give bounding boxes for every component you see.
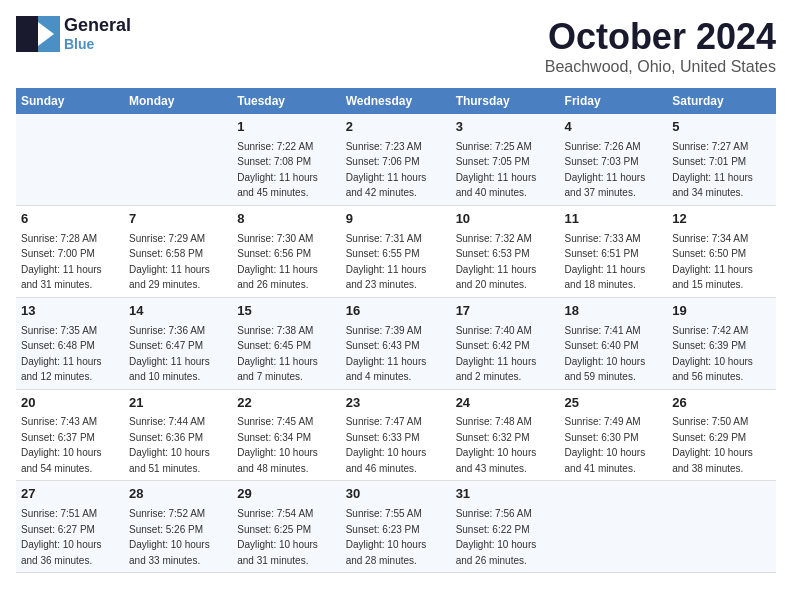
col-monday: Monday xyxy=(124,88,232,114)
day-number: 28 xyxy=(129,485,227,504)
calendar-week-row: 20Sunrise: 7:43 AMSunset: 6:37 PMDayligh… xyxy=(16,389,776,481)
calendar-cell: 13Sunrise: 7:35 AMSunset: 6:48 PMDayligh… xyxy=(16,297,124,389)
sunrise-info: Sunrise: 7:32 AMSunset: 6:53 PMDaylight:… xyxy=(456,233,537,291)
day-number: 4 xyxy=(565,118,663,137)
sunrise-info: Sunrise: 7:33 AMSunset: 6:51 PMDaylight:… xyxy=(565,233,646,291)
logo-subtitle: Blue xyxy=(64,36,131,52)
day-number: 25 xyxy=(565,394,663,413)
sunrise-info: Sunrise: 7:56 AMSunset: 6:22 PMDaylight:… xyxy=(456,508,537,566)
day-number: 10 xyxy=(456,210,555,229)
calendar-cell: 22Sunrise: 7:45 AMSunset: 6:34 PMDayligh… xyxy=(232,389,340,481)
day-number: 9 xyxy=(346,210,446,229)
sunrise-info: Sunrise: 7:31 AMSunset: 6:55 PMDaylight:… xyxy=(346,233,427,291)
sunrise-info: Sunrise: 7:55 AMSunset: 6:23 PMDaylight:… xyxy=(346,508,427,566)
sunrise-info: Sunrise: 7:26 AMSunset: 7:03 PMDaylight:… xyxy=(565,141,646,199)
page-header: General Blue October 2024 Beachwood, Ohi… xyxy=(16,16,776,76)
col-friday: Friday xyxy=(560,88,668,114)
svg-rect-0 xyxy=(16,16,38,52)
day-number: 22 xyxy=(237,394,335,413)
sunrise-info: Sunrise: 7:28 AMSunset: 7:00 PMDaylight:… xyxy=(21,233,102,291)
calendar-cell xyxy=(667,481,776,573)
day-number: 23 xyxy=(346,394,446,413)
sunrise-info: Sunrise: 7:42 AMSunset: 6:39 PMDaylight:… xyxy=(672,325,753,383)
sunrise-info: Sunrise: 7:22 AMSunset: 7:08 PMDaylight:… xyxy=(237,141,318,199)
calendar-cell: 17Sunrise: 7:40 AMSunset: 6:42 PMDayligh… xyxy=(451,297,560,389)
page-subtitle: Beachwood, Ohio, United States xyxy=(545,58,776,76)
day-number: 12 xyxy=(672,210,771,229)
logo-general: General xyxy=(64,15,131,35)
calendar-cell: 15Sunrise: 7:38 AMSunset: 6:45 PMDayligh… xyxy=(232,297,340,389)
sunrise-info: Sunrise: 7:51 AMSunset: 6:27 PMDaylight:… xyxy=(21,508,102,566)
sunrise-info: Sunrise: 7:50 AMSunset: 6:29 PMDaylight:… xyxy=(672,416,753,474)
calendar-cell: 25Sunrise: 7:49 AMSunset: 6:30 PMDayligh… xyxy=(560,389,668,481)
calendar-cell: 1Sunrise: 7:22 AMSunset: 7:08 PMDaylight… xyxy=(232,114,340,205)
logo: General Blue xyxy=(16,16,131,52)
day-number: 21 xyxy=(129,394,227,413)
day-number: 29 xyxy=(237,485,335,504)
sunrise-info: Sunrise: 7:40 AMSunset: 6:42 PMDaylight:… xyxy=(456,325,537,383)
calendar-cell: 18Sunrise: 7:41 AMSunset: 6:40 PMDayligh… xyxy=(560,297,668,389)
page-title: October 2024 xyxy=(545,16,776,58)
sunrise-info: Sunrise: 7:29 AMSunset: 6:58 PMDaylight:… xyxy=(129,233,210,291)
calendar-cell: 14Sunrise: 7:36 AMSunset: 6:47 PMDayligh… xyxy=(124,297,232,389)
calendar-cell: 16Sunrise: 7:39 AMSunset: 6:43 PMDayligh… xyxy=(341,297,451,389)
calendar-table: Sunday Monday Tuesday Wednesday Thursday… xyxy=(16,88,776,573)
calendar-cell: 19Sunrise: 7:42 AMSunset: 6:39 PMDayligh… xyxy=(667,297,776,389)
calendar-cell: 28Sunrise: 7:52 AMSunset: 5:26 PMDayligh… xyxy=(124,481,232,573)
calendar-cell: 26Sunrise: 7:50 AMSunset: 6:29 PMDayligh… xyxy=(667,389,776,481)
calendar-cell: 23Sunrise: 7:47 AMSunset: 6:33 PMDayligh… xyxy=(341,389,451,481)
sunrise-info: Sunrise: 7:34 AMSunset: 6:50 PMDaylight:… xyxy=(672,233,753,291)
calendar-cell: 5Sunrise: 7:27 AMSunset: 7:01 PMDaylight… xyxy=(667,114,776,205)
sunrise-info: Sunrise: 7:30 AMSunset: 6:56 PMDaylight:… xyxy=(237,233,318,291)
sunrise-info: Sunrise: 7:48 AMSunset: 6:32 PMDaylight:… xyxy=(456,416,537,474)
title-block: October 2024 Beachwood, Ohio, United Sta… xyxy=(545,16,776,76)
sunrise-info: Sunrise: 7:25 AMSunset: 7:05 PMDaylight:… xyxy=(456,141,537,199)
sunrise-info: Sunrise: 7:45 AMSunset: 6:34 PMDaylight:… xyxy=(237,416,318,474)
day-number: 20 xyxy=(21,394,119,413)
col-wednesday: Wednesday xyxy=(341,88,451,114)
calendar-cell: 8Sunrise: 7:30 AMSunset: 6:56 PMDaylight… xyxy=(232,205,340,297)
calendar-cell: 4Sunrise: 7:26 AMSunset: 7:03 PMDaylight… xyxy=(560,114,668,205)
calendar-cell: 31Sunrise: 7:56 AMSunset: 6:22 PMDayligh… xyxy=(451,481,560,573)
calendar-cell: 3Sunrise: 7:25 AMSunset: 7:05 PMDaylight… xyxy=(451,114,560,205)
col-thursday: Thursday xyxy=(451,88,560,114)
calendar-cell: 7Sunrise: 7:29 AMSunset: 6:58 PMDaylight… xyxy=(124,205,232,297)
day-number: 18 xyxy=(565,302,663,321)
col-sunday: Sunday xyxy=(16,88,124,114)
calendar-cell xyxy=(124,114,232,205)
col-saturday: Saturday xyxy=(667,88,776,114)
sunrise-info: Sunrise: 7:23 AMSunset: 7:06 PMDaylight:… xyxy=(346,141,427,199)
sunrise-info: Sunrise: 7:54 AMSunset: 6:25 PMDaylight:… xyxy=(237,508,318,566)
calendar-cell: 9Sunrise: 7:31 AMSunset: 6:55 PMDaylight… xyxy=(341,205,451,297)
sunrise-info: Sunrise: 7:43 AMSunset: 6:37 PMDaylight:… xyxy=(21,416,102,474)
day-number: 27 xyxy=(21,485,119,504)
sunrise-info: Sunrise: 7:35 AMSunset: 6:48 PMDaylight:… xyxy=(21,325,102,383)
calendar-cell xyxy=(16,114,124,205)
calendar-cell: 21Sunrise: 7:44 AMSunset: 6:36 PMDayligh… xyxy=(124,389,232,481)
day-number: 11 xyxy=(565,210,663,229)
calendar-cell: 11Sunrise: 7:33 AMSunset: 6:51 PMDayligh… xyxy=(560,205,668,297)
calendar-cell: 10Sunrise: 7:32 AMSunset: 6:53 PMDayligh… xyxy=(451,205,560,297)
sunrise-info: Sunrise: 7:44 AMSunset: 6:36 PMDaylight:… xyxy=(129,416,210,474)
calendar-header-row: Sunday Monday Tuesday Wednesday Thursday… xyxy=(16,88,776,114)
day-number: 3 xyxy=(456,118,555,137)
calendar-cell: 24Sunrise: 7:48 AMSunset: 6:32 PMDayligh… xyxy=(451,389,560,481)
sunrise-info: Sunrise: 7:47 AMSunset: 6:33 PMDaylight:… xyxy=(346,416,427,474)
sunrise-info: Sunrise: 7:39 AMSunset: 6:43 PMDaylight:… xyxy=(346,325,427,383)
day-number: 13 xyxy=(21,302,119,321)
day-number: 19 xyxy=(672,302,771,321)
day-number: 17 xyxy=(456,302,555,321)
calendar-cell: 6Sunrise: 7:28 AMSunset: 7:00 PMDaylight… xyxy=(16,205,124,297)
calendar-cell: 12Sunrise: 7:34 AMSunset: 6:50 PMDayligh… xyxy=(667,205,776,297)
day-number: 30 xyxy=(346,485,446,504)
day-number: 15 xyxy=(237,302,335,321)
calendar-week-row: 27Sunrise: 7:51 AMSunset: 6:27 PMDayligh… xyxy=(16,481,776,573)
calendar-cell: 20Sunrise: 7:43 AMSunset: 6:37 PMDayligh… xyxy=(16,389,124,481)
calendar-cell: 30Sunrise: 7:55 AMSunset: 6:23 PMDayligh… xyxy=(341,481,451,573)
sunrise-info: Sunrise: 7:41 AMSunset: 6:40 PMDaylight:… xyxy=(565,325,646,383)
day-number: 7 xyxy=(129,210,227,229)
sunrise-info: Sunrise: 7:49 AMSunset: 6:30 PMDaylight:… xyxy=(565,416,646,474)
sunrise-info: Sunrise: 7:52 AMSunset: 5:26 PMDaylight:… xyxy=(129,508,210,566)
calendar-cell: 2Sunrise: 7:23 AMSunset: 7:06 PMDaylight… xyxy=(341,114,451,205)
calendar-week-row: 13Sunrise: 7:35 AMSunset: 6:48 PMDayligh… xyxy=(16,297,776,389)
